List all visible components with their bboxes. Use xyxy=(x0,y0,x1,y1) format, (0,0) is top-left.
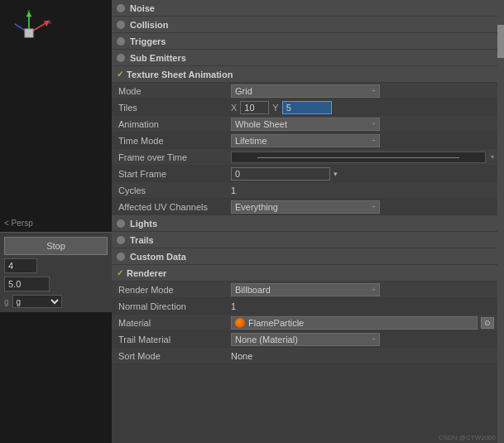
scrollbar[interactable] xyxy=(497,0,504,443)
frame-over-time-label: Frame over Time xyxy=(115,152,231,162)
renderer-check: ✓ xyxy=(117,268,123,277)
render-mode-dropdown-arrow: ÷ xyxy=(372,286,376,293)
curve-arrow: ▾ xyxy=(491,153,494,161)
section-sub-emitters[interactable]: Sub Emitters xyxy=(112,50,497,66)
normal-direction-value: 1 xyxy=(231,301,494,311)
trail-material-dropdown-arrow: ÷ xyxy=(372,335,376,343)
tiles-value: X Y xyxy=(231,101,494,114)
collision-label: Collision xyxy=(130,20,168,30)
left-panel: x y < Persp Stop g g xyxy=(0,0,112,443)
svg-text:y: y xyxy=(27,8,30,13)
animation-dropdown-text: Whole Sheet xyxy=(235,119,287,129)
sort-mode-text: None xyxy=(231,351,252,361)
value-input-2[interactable] xyxy=(4,277,50,291)
prop-material: Material FlameParticle ⊙ xyxy=(112,315,497,331)
stop-button[interactable]: Stop xyxy=(4,237,108,255)
curve-line xyxy=(257,157,460,158)
section-noise[interactable]: Noise xyxy=(112,0,497,17)
mode-dropdown-text: Grid xyxy=(235,86,252,96)
prop-sort-mode: Sort Mode None xyxy=(112,348,497,364)
normal-direction-text: 1 xyxy=(231,301,236,311)
start-frame-value: ▾ xyxy=(231,167,494,181)
triggers-bullet xyxy=(117,37,125,46)
start-frame-label: Start Frame xyxy=(115,169,231,179)
slider-row: g g xyxy=(4,295,108,308)
watermark: CSDN @CTW2000 xyxy=(439,434,496,441)
trail-material-dropdown[interactable]: None (Material) ÷ xyxy=(231,333,380,346)
value-row-1 xyxy=(4,258,108,273)
render-mode-dropdown[interactable]: Billboard ÷ xyxy=(231,283,380,296)
time-mode-dropdown-arrow: ÷ xyxy=(372,137,376,144)
time-mode-value: Lifetime ÷ xyxy=(231,134,494,147)
prop-start-frame: Start Frame ▾ xyxy=(112,166,497,182)
scrollbar-thumb[interactable] xyxy=(497,25,504,58)
mode-dropdown[interactable]: Grid ÷ xyxy=(231,84,380,98)
noise-label: Noise xyxy=(130,3,155,13)
texture-sheet-check: ✓ xyxy=(117,70,123,79)
material-value: FlameParticle ⊙ xyxy=(231,316,494,330)
sub-emitters-label: Sub Emitters xyxy=(130,53,186,63)
animation-value: Whole Sheet ÷ xyxy=(231,118,494,131)
inspector-content: Noise Collision Triggers Sub Emitters ✓ … xyxy=(112,0,504,443)
tiles-y-label: Y xyxy=(272,103,278,113)
noise-bullet xyxy=(117,4,125,12)
prop-animation: Animation Whole Sheet ÷ xyxy=(112,116,497,132)
tiles-label: Tiles xyxy=(115,103,231,113)
prop-cycles: Cycles 1 xyxy=(112,182,497,199)
slider-select[interactable]: g xyxy=(12,295,62,308)
trail-material-label: Trail Material xyxy=(115,335,231,344)
prop-affected-uv: Affected UV Channels Everything ÷ xyxy=(112,199,497,215)
prop-tiles: Tiles X Y xyxy=(112,99,497,116)
mode-dropdown-arrow: ÷ xyxy=(372,87,376,94)
normal-direction-label: Normal Direction xyxy=(115,301,231,311)
section-trails[interactable]: Trails xyxy=(112,232,497,248)
section-triggers[interactable]: Triggers xyxy=(112,33,497,50)
section-lights[interactable]: Lights xyxy=(112,215,497,232)
prop-trail-material: Trail Material None (Material) ÷ xyxy=(112,331,497,348)
svg-text:x: x xyxy=(48,18,51,26)
affected-uv-dropdown-arrow: ÷ xyxy=(372,203,376,210)
curve-field[interactable] xyxy=(231,152,486,163)
prop-render-mode: Render Mode Billboard ÷ xyxy=(112,282,497,298)
stop-button-area: Stop g g xyxy=(0,232,112,312)
tiles-x-input[interactable] xyxy=(240,101,269,114)
svg-rect-6 xyxy=(25,29,33,37)
mode-value: Grid ÷ xyxy=(231,84,494,98)
material-label: Material xyxy=(115,318,231,328)
value-input-1[interactable] xyxy=(4,258,37,273)
section-renderer[interactable]: ✓ Renderer xyxy=(112,265,497,282)
material-name: FlameParticle xyxy=(248,318,304,328)
animation-dropdown[interactable]: Whole Sheet ÷ xyxy=(231,118,380,131)
tiles-y-input[interactable] xyxy=(282,101,332,114)
animation-label: Animation xyxy=(115,119,231,129)
render-mode-dropdown-text: Billboard xyxy=(235,285,271,295)
sort-mode-value: None xyxy=(231,351,494,361)
tiles-x-label: X xyxy=(231,103,237,113)
prop-mode: Mode Grid ÷ xyxy=(112,83,497,99)
render-mode-label: Render Mode xyxy=(115,285,231,295)
start-frame-input[interactable] xyxy=(231,167,330,181)
frame-over-time-value: ▾ xyxy=(231,152,494,163)
render-mode-value: Billboard ÷ xyxy=(231,283,494,296)
texture-sheet-label: Texture Sheet Animation xyxy=(127,70,233,79)
start-frame-arrow: ▾ xyxy=(334,170,338,178)
material-pick-button[interactable]: ⊙ xyxy=(481,317,494,329)
renderer-label: Renderer xyxy=(127,268,166,278)
affected-uv-dropdown[interactable]: Everything ÷ xyxy=(231,200,380,214)
cycles-label: Cycles xyxy=(115,185,231,195)
material-field[interactable]: FlameParticle xyxy=(231,316,478,330)
right-panel: Noise Collision Triggers Sub Emitters ✓ … xyxy=(112,0,504,443)
prop-time-mode: Time Mode Lifetime ÷ xyxy=(112,132,497,149)
custom-data-bullet xyxy=(117,253,125,261)
section-custom-data[interactable]: Custom Data xyxy=(112,248,497,265)
section-collision[interactable]: Collision xyxy=(112,17,497,33)
section-texture-sheet[interactable]: ✓ Texture Sheet Animation xyxy=(112,66,497,83)
viewport-area: x y < Persp xyxy=(0,0,112,232)
prop-frame-over-time: Frame over Time ▾ xyxy=(112,149,497,166)
sub-emitters-bullet xyxy=(117,54,125,62)
time-mode-dropdown[interactable]: Lifetime ÷ xyxy=(231,134,380,147)
lights-label: Lights xyxy=(130,219,157,229)
time-mode-label: Time Mode xyxy=(115,136,231,146)
value-row-2 xyxy=(4,277,108,291)
material-icon xyxy=(235,318,245,328)
